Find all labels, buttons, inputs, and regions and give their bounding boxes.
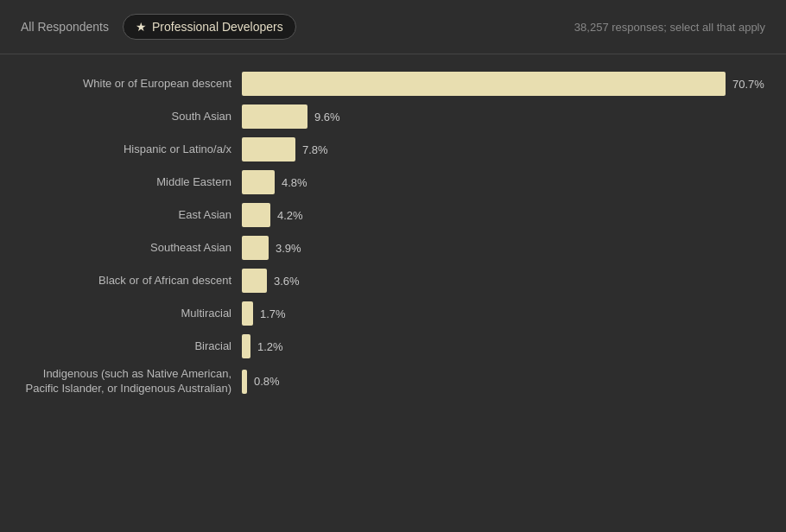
chart-row: Indigenous (such as Native American, Pac… bbox=[17, 367, 760, 396]
chart-row: Southeast Asian3.9% bbox=[17, 236, 760, 260]
pct-label: 4.2% bbox=[277, 209, 303, 222]
bar-area: 4.8% bbox=[242, 170, 760, 194]
bar-area: 4.2% bbox=[242, 203, 760, 227]
active-filter-button[interactable]: ★ Professional Developers bbox=[123, 14, 296, 40]
response-count: 38,257 responses; select all that apply bbox=[574, 21, 765, 34]
pct-label: 0.8% bbox=[254, 375, 280, 388]
chart-row: White or of European descent70.7% bbox=[17, 72, 760, 96]
bar bbox=[242, 104, 307, 129]
pct-label: 4.8% bbox=[282, 176, 307, 189]
bar bbox=[242, 170, 275, 194]
bar-label: Multiracial bbox=[17, 307, 242, 321]
bar-area: 70.7% bbox=[242, 72, 764, 96]
bar-label: Southeast Asian bbox=[17, 241, 242, 256]
bar bbox=[242, 269, 267, 293]
chart-row: Middle Eastern4.8% bbox=[17, 170, 760, 194]
bar-label: South Asian bbox=[17, 110, 242, 124]
bar-area: 0.8% bbox=[242, 370, 760, 394]
all-respondents-label[interactable]: All Respondents bbox=[21, 20, 109, 34]
bar bbox=[242, 137, 295, 162]
pct-label: 3.6% bbox=[274, 275, 300, 288]
bar-label: Hispanic or Latino/a/x bbox=[17, 142, 242, 157]
pct-label: 7.8% bbox=[302, 143, 328, 156]
bar bbox=[242, 236, 269, 260]
bar bbox=[242, 203, 270, 227]
active-filter-label: Professional Developers bbox=[152, 20, 283, 34]
bar bbox=[242, 370, 247, 394]
bar-label: Biracial bbox=[17, 339, 242, 354]
bar-area: 3.6% bbox=[242, 269, 760, 293]
chart-row: Biracial1.2% bbox=[17, 334, 760, 358]
bar-label: White or of European descent bbox=[17, 77, 242, 92]
chart-row: Black or of African descent3.6% bbox=[17, 269, 760, 293]
bar-label: Middle Eastern bbox=[17, 175, 242, 190]
pct-label: 1.7% bbox=[260, 307, 286, 320]
header: All Respondents ★ Professional Developer… bbox=[0, 0, 786, 54]
chart-row: Hispanic or Latino/a/x7.8% bbox=[17, 137, 760, 162]
chart-row: East Asian4.2% bbox=[17, 203, 760, 227]
bar-area: 9.6% bbox=[242, 104, 760, 129]
bar-area: 1.2% bbox=[242, 334, 760, 358]
pct-label: 70.7% bbox=[732, 78, 764, 91]
pct-label: 1.2% bbox=[257, 340, 283, 353]
bar-area: 7.8% bbox=[242, 137, 760, 162]
bar-area: 1.7% bbox=[242, 301, 760, 326]
bar bbox=[242, 334, 250, 358]
pct-label: 9.6% bbox=[314, 111, 340, 124]
bar bbox=[242, 301, 253, 326]
chart-row: South Asian9.6% bbox=[17, 104, 760, 129]
chart-row: Multiracial1.7% bbox=[17, 301, 760, 326]
bar-label: East Asian bbox=[17, 208, 242, 223]
star-icon: ★ bbox=[136, 20, 147, 34]
bar-area: 3.9% bbox=[242, 236, 760, 260]
bar bbox=[242, 72, 726, 96]
bar-label: Indigenous (such as Native American, Pac… bbox=[17, 367, 242, 396]
pct-label: 3.9% bbox=[276, 242, 301, 255]
bar-label: Black or of African descent bbox=[17, 274, 242, 288]
chart-container: White or of European descent70.7%South A… bbox=[0, 54, 786, 422]
